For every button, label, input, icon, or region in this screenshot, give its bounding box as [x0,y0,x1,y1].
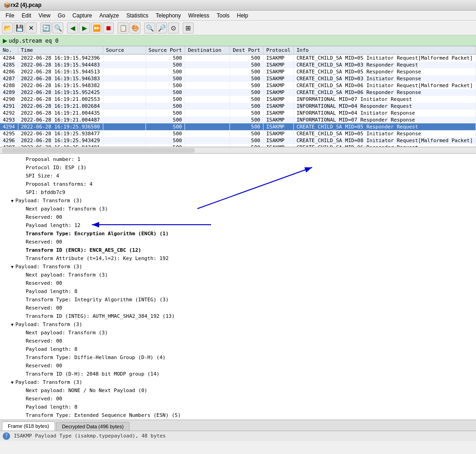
detail-text: Payload length: 8 [26,404,78,410]
detail-line: Transform Type: Diffie-Hellman Group (D-… [0,354,476,362]
toolbar-filter[interactable]: 📋 [118,22,129,33]
table-row[interactable]: 42892022-06-28 16:19:15.952425500500ISAK… [0,89,476,96]
toolbar-open[interactable]: 📂 [2,22,13,33]
table-row[interactable]: 42932022-06-28 16:19:21.004487500500ISAK… [0,116,476,123]
menu-help[interactable]: Help [233,11,252,20]
toolbar-zoom-out[interactable]: 🔎 [156,22,167,33]
filter-value: udp.stream eq 0 [9,38,58,44]
table-row[interactable]: 42912022-06-28 16:19:21.002684500500ISAK… [0,103,476,110]
table-row[interactable]: 42872022-06-28 16:19:15.946383500500ISAK… [0,75,476,82]
menu-analyze[interactable]: Analyze [96,11,123,20]
detail-line[interactable]: ▼Payload: Transform (3) [0,197,476,205]
table-row[interactable]: 42922022-06-28 16:19:21.004435500500ISAK… [0,110,476,116]
detail-line: Transform Type: Encryption Algorithm (EN… [0,230,476,238]
toolbar-zoom-reset[interactable]: ⊙ [168,22,179,33]
detail-line: Reserved: 00 [0,304,476,312]
detail-text: Proposal number: 1 [26,156,80,162]
col-dstport[interactable]: Dest Port [230,46,263,55]
detail-line: Reserved: 00 [0,279,476,288]
table-row[interactable]: 42952022-06-28 16:19:25.938477500500ISAK… [0,130,476,137]
detail-text: Transform ID (ENCR): ENCR_AES_CBC (12) [26,247,141,253]
col-time[interactable]: Time [18,46,103,55]
menu-edit[interactable]: Edit [18,11,35,20]
table-row[interactable]: 42882022-06-28 16:19:15.948382500500ISAK… [0,82,476,89]
detail-line: SPI Size: 4 [0,172,476,180]
detail-text: Transform ID (INTEG): AUTH_HMAC_SHA2_384… [26,313,175,319]
toolbar-stop[interactable]: ⏹ [103,22,114,33]
status-bar: 7 ISAKMP Payload Type (isakmp.typepayloa… [0,431,476,441]
detail-line: Next payload: Transform (3) [0,205,476,213]
detail-text: Transform Attribute (t=14,l=2): Key Leng… [26,255,168,261]
hscroll-area[interactable] [0,147,476,154]
detail-text: Next payload: Transform (3) [26,330,108,336]
detail-text: SPI Size: 4 [26,173,59,179]
toolbar-resize[interactable]: ⊞ [183,22,194,33]
tab-frame[interactable]: Frame (618 bytes) [2,421,55,431]
packet-list[interactable]: No. Time Source Source Port Destination … [0,46,476,147]
expand-icon[interactable]: ▼ [11,199,13,203]
toolbar-start[interactable]: ⏩ [91,22,102,33]
toolbar-back[interactable]: ◀ [67,22,78,33]
table-row[interactable]: 42902022-06-28 16:19:21.002553500500ISAK… [0,96,476,103]
detail-line: Next payload: NONE / No Next Payload (0) [0,387,476,395]
toolbar: 📂 💾 ✕ 🔄 🔍 ◀ ▶ ⏩ ⏹ 📋 🎨 🔍 🔎 ⊙ ⊞ [0,21,476,35]
detail-pane[interactable]: Proposal number: 1 Protocol ID: ESP (3) … [0,154,476,420]
col-info[interactable]: Info [293,46,476,55]
detail-line: Reserved: 00 [0,337,476,345]
detail-line: Payload length: 8 [0,403,476,411]
table-row[interactable]: 42942022-06-28 16:19:25.936580500500ISAK… [0,123,476,130]
detail-line[interactable]: ▼Payload: Transform (3) [0,263,476,271]
menu-go[interactable]: Go [54,11,69,20]
col-no[interactable]: No. [0,46,18,55]
detail-text: Next payload: Transform (3) [26,206,108,212]
detail-text: Payload: Transform (3) [15,264,82,270]
col-source[interactable]: Source [103,46,146,55]
toolbar-reload[interactable]: 🔄 [40,22,51,33]
detail-text: Payload length: 8 [26,288,78,294]
menu-file[interactable]: File [2,11,18,20]
toolbar-close[interactable]: ✕ [26,22,37,33]
detail-text: Reserved: 00 [26,280,62,286]
filter-icon: ▶ [3,38,7,44]
menu-capture[interactable]: Capture [69,11,96,20]
detail-line: Transform Type: Extended Sequence Number… [0,411,476,420]
toolbar-zoom-in[interactable]: 🔍 [144,22,155,33]
detail-text: Next payload: NONE / No Next Payload (0) [26,388,147,393]
detail-line: SPI: bfddb7c9 [0,188,476,197]
menu-tools[interactable]: Tools [213,11,233,20]
filter-bar: ▶ udp.stream eq 0 [0,35,476,46]
status-text: ISAKMP Payload Type (isakmp.typepayload)… [14,433,166,439]
detail-line: Transform Attribute (t=14,l=2): Key Leng… [0,255,476,263]
table-row[interactable]: 42862022-06-28 16:19:15.944513500500ISAK… [0,68,476,75]
menu-statistics[interactable]: Statistics [123,11,152,20]
table-row[interactable]: 42962022-06-28 16:19:25.943429500500ISAK… [0,137,476,144]
tab-decrypted[interactable]: Decrypted Data (496 bytes) [56,422,130,431]
expand-icon[interactable]: ▼ [11,380,13,385]
col-dest[interactable]: Destination [185,46,230,55]
menu-wireless[interactable]: Wireless [185,11,213,20]
toolbar-forward[interactable]: ▶ [79,22,90,33]
menu-bar: File Edit View Go Capture Analyze Statis… [0,11,476,21]
detail-text: Proposal transforms: 4 [26,181,93,187]
menu-telephony[interactable]: Telephony [152,11,185,20]
detail-line[interactable]: ▼Payload: Transform (3) [0,378,476,387]
detail-text: Next payload: Transform (3) [26,272,108,278]
toolbar-search[interactable]: 🔍 [52,22,63,33]
table-row[interactable]: 42842022-06-28 16:19:15.942396500500ISAK… [0,55,476,62]
table-row[interactable]: 42852022-06-28 16:19:15.944483500500ISAK… [0,61,476,68]
col-proto[interactable]: Protocol [263,46,293,55]
detail-text: Protocol ID: ESP (3) [26,165,86,171]
detail-line: Next payload: Transform (3) [0,329,476,337]
menu-view[interactable]: View [35,11,54,20]
toolbar-save[interactable]: 💾 [14,22,25,33]
expand-icon[interactable]: ▼ [11,322,13,327]
expand-icon[interactable]: ▼ [11,265,13,269]
table-row[interactable]: 42972022-06-28 16:19:25.943491500500ISAK… [0,144,476,147]
detail-line: Transform Type: Integrity Algorithm (INT… [0,296,476,304]
col-srcport[interactable]: Source Port [146,46,185,55]
toolbar-colorize[interactable]: 🎨 [129,22,140,33]
detail-text: Transform Type: Encryption Algorithm (EN… [26,231,168,237]
detail-line[interactable]: ▼Payload: Transform (3) [0,321,476,329]
detail-text: Reserved: 00 [26,239,62,245]
detail-line: Transform ID (INTEG): AUTH_HMAC_SHA2_384… [0,312,476,321]
